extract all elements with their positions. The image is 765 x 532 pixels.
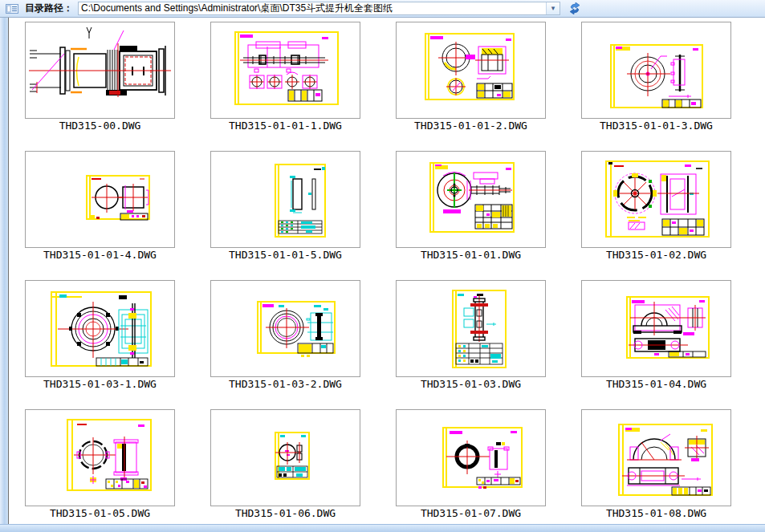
dwg-preview-image [211,22,360,118]
dwg-preview-image [26,281,174,376]
dwg-preview-card [396,409,546,506]
path-label: 目录路径： [25,2,73,15]
window-edge-bottom [0,524,765,532]
window-edge-left [0,18,9,524]
file-thumbnail[interactable]: THD315-01-08.DWG [581,409,731,519]
file-name: THD315-01-03-1.DWG [25,378,175,390]
file-thumbnail[interactable]: THD315-01-01.DWG [396,151,546,261]
file-name: THD315-01-08.DWG [581,507,731,519]
file-name: THD315-01-01-3.DWG [581,120,731,132]
dwg-preview-card [581,280,731,377]
dwg-preview-image [397,22,545,118]
file-thumbnail[interactable]: THD315-01-06.DWG [210,409,360,519]
directory-list-icon[interactable] [5,2,19,14]
file-thumbnail[interactable]: THD315-01-01-3.DWG [581,22,731,132]
file-name: THD315-01-03.DWG [396,378,546,390]
file-name: THD315-01-05.DWG [25,507,175,519]
file-name: THD315-01-01-5.DWG [210,249,360,261]
file-name: THD315-01-06.DWG [210,507,360,519]
dwg-preview-card [25,280,175,377]
cad-file-browser-window: 目录路径： ▾ [0,0,765,532]
dwg-preview-card [210,280,360,377]
dwg-preview-image [211,152,360,247]
file-name: THD315-01-07.DWG [396,507,546,519]
file-thumbnail[interactable]: THD315-01-01-2.DWG [396,22,546,132]
file-thumbnail[interactable]: THD315-01-03.DWG [396,280,546,390]
dwg-preview-image [397,152,545,247]
dwg-preview-image [26,22,174,118]
file-name: THD315-01-02.DWG [581,249,731,261]
dwg-preview-card [25,22,175,119]
dwg-preview-image [397,281,545,376]
file-thumbnail[interactable]: THD315-01-05.DWG [25,409,175,519]
dwg-preview-card [25,151,175,248]
dwg-preview-image [26,410,174,506]
file-name: THD315-01-01-1.DWG [210,120,360,132]
file-thumbnail[interactable]: THD315-01-07.DWG [396,409,546,519]
file-thumbnail[interactable]: THD315-01-01-4.DWG [25,151,175,261]
thumbnail-grid: THD315-00.DWG [25,22,765,519]
path-input[interactable] [79,2,546,14]
dropdown-button[interactable]: ▾ [546,2,560,14]
path-combobox[interactable]: ▾ [78,2,560,15]
main-area: THD315-00.DWG [0,18,765,524]
thumbnail-panel: THD315-00.DWG [9,18,765,524]
dwg-preview-card [581,151,731,248]
dwg-preview-image [211,281,360,376]
dwg-preview-card [581,22,731,119]
toolbar: 目录路径： ▾ [0,0,765,18]
file-name: THD315-01-01.DWG [396,249,546,261]
dwg-preview-card [396,22,546,119]
file-thumbnail[interactable]: THD315-01-04.DWG [581,280,731,390]
dwg-preview-image [582,22,730,118]
dwg-preview-card [396,280,546,377]
file-name: THD315-01-01-2.DWG [396,120,546,132]
dwg-preview-image [397,410,545,506]
file-name: THD315-01-01-4.DWG [25,249,175,261]
file-thumbnail[interactable]: THD315-01-03-1.DWG [25,280,175,390]
file-thumbnail[interactable]: THD315-01-01-1.DWG [210,22,360,132]
file-name: THD315-01-04.DWG [581,378,731,390]
dwg-preview-image [582,152,730,247]
dwg-preview-card [210,151,360,248]
dwg-preview-card [210,22,360,119]
file-thumbnail[interactable]: THD315-00.DWG [25,22,175,132]
dwg-preview-image [582,410,730,506]
dwg-preview-card [210,409,360,506]
dwg-preview-image [26,152,174,247]
file-thumbnail[interactable]: THD315-01-02.DWG [581,151,731,261]
refresh-sync-icon[interactable] [568,2,582,14]
chevron-down-icon: ▾ [551,5,555,12]
file-name: THD315-00.DWG [25,120,175,132]
dwg-preview-card [25,409,175,506]
dwg-preview-image [211,410,360,506]
dwg-preview-card [396,151,546,248]
file-name: THD315-01-03-2.DWG [210,378,360,390]
dwg-preview-image [582,281,730,376]
dwg-preview-card [581,409,731,506]
file-thumbnail[interactable]: THD315-01-03-2.DWG [210,280,360,390]
file-thumbnail[interactable]: THD315-01-01-5.DWG [210,151,360,261]
